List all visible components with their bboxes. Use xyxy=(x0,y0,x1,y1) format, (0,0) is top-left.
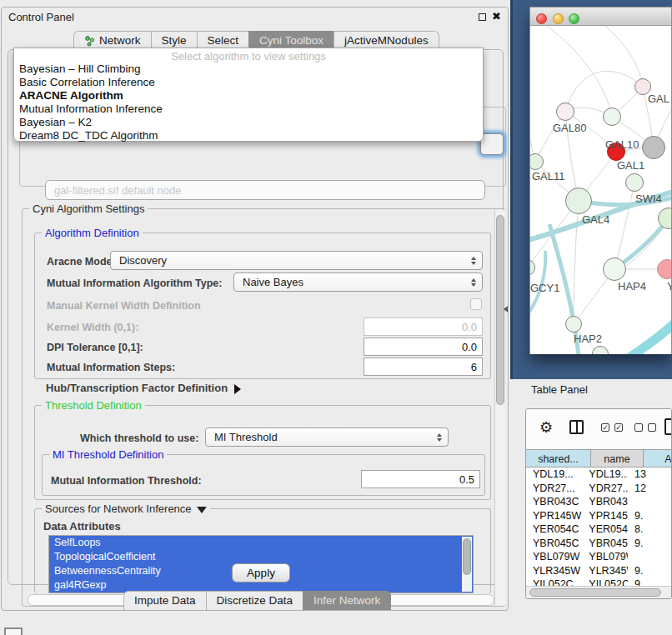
hub-definition-expander[interactable]: Hub/Transcription Factor Definition xyxy=(46,382,241,394)
app-root: Control Panel ✖ NetworkStyleSelectCyni T… xyxy=(0,0,672,635)
network-node[interactable] xyxy=(642,136,665,159)
kernel-width-label: Kernel Width (0,1): xyxy=(47,322,138,333)
table-rows: YDL19...YDL19...13YDR27...YDR27...12YBR0… xyxy=(526,468,671,586)
apply-button[interactable]: Apply xyxy=(232,563,290,582)
mi-type-combo[interactable]: Naive Bayes xyxy=(233,272,483,292)
cyni-algorithm-settings-panel: Cyni Algorithm Settings Algorithm Defini… xyxy=(22,208,505,607)
network-node[interactable] xyxy=(657,259,671,279)
mi-threshold-field[interactable]: 0.5 xyxy=(361,470,480,488)
dropdown-item[interactable]: Mutual Information Inference xyxy=(14,102,483,116)
sources-group-title[interactable]: Sources for Network Inference xyxy=(42,502,210,515)
which-threshold-value: MI Threshold xyxy=(214,431,278,443)
table-row[interactable]: YER054CYER054C8. xyxy=(526,522,671,537)
table-cell: YLR345W xyxy=(526,564,582,578)
dropdown-item[interactable]: Bayesian – K2 xyxy=(14,116,483,129)
checked-checkbox-icon[interactable]: ✓ xyxy=(614,423,623,432)
close-panel-icon[interactable]: ✖ xyxy=(492,10,501,22)
node-label: Y xyxy=(667,280,671,292)
table-header-row: shared...nameA xyxy=(526,449,672,468)
unchecked-checkbox-icon[interactable] xyxy=(648,423,656,432)
column-header[interactable]: A xyxy=(644,449,672,468)
tab-impute-data[interactable]: Impute Data xyxy=(123,591,207,610)
network-node[interactable] xyxy=(625,173,644,192)
dropdown-item[interactable]: Basic Correlation Inference xyxy=(14,76,483,89)
network-edges xyxy=(530,26,671,354)
network-tab-icon xyxy=(84,36,95,47)
table-row[interactable]: YDL19...YDL19...13 xyxy=(526,468,671,482)
table-row[interactable]: YDR27...YDR27...12 xyxy=(526,482,671,496)
table-cell: YDR27... xyxy=(526,482,582,496)
table-row[interactable]: YBL079WYBL079W xyxy=(526,550,671,564)
table-cell: YIL052C xyxy=(526,578,582,586)
data-attributes-label: Data Attributes xyxy=(43,520,121,532)
table-row[interactable]: YIL052CYIL052C9. xyxy=(526,578,671,586)
network-selector-combo[interactable]: gal-filtered.sif default node xyxy=(45,180,485,200)
table-row[interactable]: YLR345WYLR345W9. xyxy=(526,564,671,578)
dropdown-item[interactable]: Bayesian – Hill Climbing xyxy=(14,62,483,76)
mi-threshold-label: Mutual Information Threshold: xyxy=(51,475,202,487)
manual-kernel-checkbox xyxy=(470,298,482,310)
table-cell: YBL079W xyxy=(582,550,628,564)
network-node[interactable] xyxy=(556,102,574,121)
network-node[interactable] xyxy=(565,188,592,214)
table-row[interactable]: YBR043CYBR043C xyxy=(526,495,671,509)
gear-icon[interactable]: ⚙ xyxy=(539,418,553,437)
table-panel-title: Table Panel xyxy=(531,383,588,396)
attributes-scrollbar[interactable] xyxy=(462,537,472,592)
network-node[interactable] xyxy=(565,316,582,332)
network-node[interactable] xyxy=(603,258,626,281)
network-canvas[interactable]: GALGAL80GAL10GAL1GAL11SWI4GAL4GCY1HAP4YH… xyxy=(530,26,671,354)
hub-definition-label: Hub/Transcription Factor Definition xyxy=(46,382,228,394)
combo-spinner-icon xyxy=(471,278,476,287)
network-node[interactable] xyxy=(603,108,621,126)
node-label: GAL80 xyxy=(553,122,586,134)
table-row[interactable]: YBR045CYBR045C9. xyxy=(526,537,671,551)
table-row[interactable]: YPR145WYPR145W9. xyxy=(526,509,671,523)
table-cell: YBR043C xyxy=(526,495,582,509)
column-header[interactable]: shared... xyxy=(526,449,591,468)
tab-infer-network[interactable]: Infer Network xyxy=(303,591,391,610)
table-panel-window: ⚙ ✓ ✓ shared...nameA YDL19...YDL19...13Y… xyxy=(525,408,672,599)
node-label: GAL4 xyxy=(582,213,609,226)
table-cell: YBR045C xyxy=(582,537,628,551)
aracne-mode-combo[interactable]: Discovery xyxy=(110,251,483,270)
mi-steps-label: Mutual Information Steps: xyxy=(47,362,175,373)
table-cell: 9. xyxy=(628,578,671,586)
minimize-window-icon[interactable] xyxy=(553,13,564,24)
unchecked-checkbox-icon[interactable] xyxy=(634,423,643,432)
splitpane-handle-icon[interactable] xyxy=(504,306,508,312)
checked-checkbox-icon[interactable]: ✓ xyxy=(601,423,609,432)
which-threshold-combo[interactable]: MI Threshold xyxy=(205,428,449,447)
network-window-titlebar[interactable] xyxy=(530,8,671,26)
table-hscrollbar[interactable] xyxy=(526,586,671,599)
network-view-window: GALGAL80GAL10GAL1GAL11SWI4GAL4GCY1HAP4YH… xyxy=(529,7,672,354)
tab-discretize-data[interactable]: Discretize Data xyxy=(206,591,304,610)
node-label: GCY1 xyxy=(530,282,559,294)
attribute-list-item[interactable]: TopologicalCoefficient xyxy=(49,550,473,564)
minimized-panel-icon[interactable] xyxy=(4,628,23,635)
mi-steps-field[interactable]: 6 xyxy=(364,358,483,376)
table-cell xyxy=(628,550,671,564)
node-label: HAP4 xyxy=(618,280,646,292)
table-cell: YPR145W xyxy=(582,509,628,523)
settings-vscrollbar[interactable] xyxy=(494,210,505,605)
dropdown-item[interactable]: ARACNE Algorithm xyxy=(14,89,483,102)
column-layout-icon[interactable] xyxy=(569,420,584,434)
document-icon[interactable] xyxy=(664,418,672,435)
table-cell: YLR345W xyxy=(582,564,628,578)
float-window-icon[interactable] xyxy=(479,13,486,21)
kernel-width-field: 0.0 xyxy=(364,318,483,336)
mi-threshold-group-title: MI Threshold Definition xyxy=(49,448,167,461)
dpi-tolerance-field[interactable]: 0.0 xyxy=(364,338,483,356)
table-cell: YDR27... xyxy=(582,482,628,496)
table-toolbar: ⚙ ✓ ✓ xyxy=(526,409,671,448)
column-header[interactable]: name xyxy=(591,449,644,468)
zoom-window-icon[interactable] xyxy=(569,13,579,24)
close-window-icon[interactable] xyxy=(536,13,547,24)
attribute-list-item[interactable]: SelfLoops xyxy=(49,536,473,550)
table-cell: YDL19... xyxy=(582,468,628,482)
algorithm-combo-focused[interactable] xyxy=(480,133,504,155)
dropdown-item[interactable]: Dream8 DC_TDC Algorithm xyxy=(14,129,483,142)
node-label: SWI4 xyxy=(635,192,662,205)
dropdown-prompt: Select algorithm to view settings xyxy=(14,50,483,62)
